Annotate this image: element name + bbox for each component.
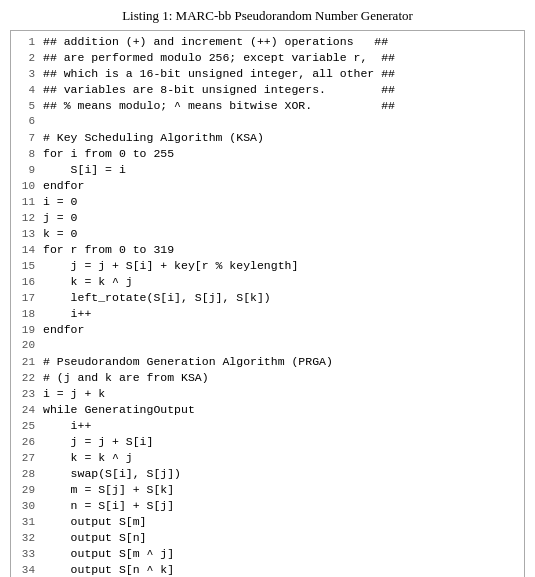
- line-content: output S[m]: [43, 515, 147, 528]
- listing-title: Listing 1: MARC-bb Pseudorandom Number G…: [10, 8, 525, 24]
- line-number: 8: [15, 148, 35, 160]
- code-line: 22# (j and k are from KSA): [11, 371, 524, 387]
- code-line: 34 output S[n ^ k]: [11, 563, 524, 577]
- line-number: 22: [15, 372, 35, 384]
- code-block: 1## addition (+) and increment (++) oper…: [10, 30, 525, 577]
- line-number: 14: [15, 244, 35, 256]
- code-line: 5## % means modulo; ^ means bitwise XOR.…: [11, 99, 524, 115]
- line-content: k = k ^ j: [43, 275, 133, 288]
- line-number: 28: [15, 468, 35, 480]
- code-line: 19endfor: [11, 323, 524, 339]
- line-number: 34: [15, 564, 35, 576]
- line-content: n = S[i] + S[j]: [43, 499, 174, 512]
- code-line: 33 output S[m ^ j]: [11, 547, 524, 563]
- line-number: 1: [15, 36, 35, 48]
- code-line: 29 m = S[j] + S[k]: [11, 483, 524, 499]
- line-content: for r from 0 to 319: [43, 243, 174, 256]
- line-content: i++: [43, 419, 91, 432]
- line-number: 4: [15, 84, 35, 96]
- code-line: 11i = 0: [11, 195, 524, 211]
- line-content: for i from 0 to 255: [43, 147, 174, 160]
- code-line: 26 j = j + S[i]: [11, 435, 524, 451]
- code-line: 6: [11, 115, 524, 131]
- code-line: 16 k = k ^ j: [11, 275, 524, 291]
- code-line: 12j = 0: [11, 211, 524, 227]
- line-content: # (j and k are from KSA): [43, 371, 209, 384]
- line-number: 29: [15, 484, 35, 496]
- code-line: 4## variables are 8-bit unsigned integer…: [11, 83, 524, 99]
- code-line: 3## which is a 16-bit unsigned integer, …: [11, 67, 524, 83]
- line-number: 23: [15, 388, 35, 400]
- line-content: output S[m ^ j]: [43, 547, 174, 560]
- code-line: 21# Pseudorandom Generation Algorithm (P…: [11, 355, 524, 371]
- code-line: 10endfor: [11, 179, 524, 195]
- line-number: 19: [15, 324, 35, 336]
- code-line: 18 i++: [11, 307, 524, 323]
- line-content: i++: [43, 307, 91, 320]
- code-line: 2## are performed modulo 256; except var…: [11, 51, 524, 67]
- code-line: 31 output S[m]: [11, 515, 524, 531]
- line-content: k = k ^ j: [43, 451, 133, 464]
- line-number: 32: [15, 532, 35, 544]
- line-number: 10: [15, 180, 35, 192]
- line-number: 16: [15, 276, 35, 288]
- line-content: m = S[j] + S[k]: [43, 483, 174, 496]
- code-line: 8for i from 0 to 255: [11, 147, 524, 163]
- line-content: k = 0: [43, 227, 78, 240]
- code-line: 32 output S[n]: [11, 531, 524, 547]
- code-line: 27 k = k ^ j: [11, 451, 524, 467]
- line-content: j = j + S[i] + key[r % keylength]: [43, 259, 298, 272]
- line-content: ## are performed modulo 256; except vari…: [43, 51, 395, 64]
- line-content: # Pseudorandom Generation Algorithm (PRG…: [43, 355, 333, 368]
- code-line: 25 i++: [11, 419, 524, 435]
- code-line: 30 n = S[i] + S[j]: [11, 499, 524, 515]
- line-number: 13: [15, 228, 35, 240]
- line-content: i = 0: [43, 195, 78, 208]
- line-content: ## % means modulo; ^ means bitwise XOR. …: [43, 99, 395, 112]
- line-number: 15: [15, 260, 35, 272]
- line-content: endfor: [43, 323, 84, 336]
- code-line: 13k = 0: [11, 227, 524, 243]
- line-number: 33: [15, 548, 35, 560]
- line-number: 24: [15, 404, 35, 416]
- line-number: 25: [15, 420, 35, 432]
- line-number: 12: [15, 212, 35, 224]
- line-content: ## which is a 16-bit unsigned integer, a…: [43, 67, 395, 80]
- line-number: 18: [15, 308, 35, 320]
- listing-container: Listing 1: MARC-bb Pseudorandom Number G…: [0, 0, 535, 577]
- line-number: 20: [15, 339, 35, 351]
- code-line: 20: [11, 339, 524, 355]
- code-line: 15 j = j + S[i] + key[r % keylength]: [11, 259, 524, 275]
- code-line: 17 left_rotate(S[i], S[j], S[k]): [11, 291, 524, 307]
- line-content: i = j + k: [43, 387, 105, 400]
- line-number: 3: [15, 68, 35, 80]
- line-number: 7: [15, 132, 35, 144]
- line-content: output S[n ^ k]: [43, 563, 174, 576]
- line-number: 30: [15, 500, 35, 512]
- code-line: 9 S[i] = i: [11, 163, 524, 179]
- code-line: 1## addition (+) and increment (++) oper…: [11, 35, 524, 51]
- line-content: ## variables are 8-bit unsigned integers…: [43, 83, 395, 96]
- line-content: endfor: [43, 179, 84, 192]
- code-line: 23i = j + k: [11, 387, 524, 403]
- code-line: 14for r from 0 to 319: [11, 243, 524, 259]
- line-number: 31: [15, 516, 35, 528]
- line-number: 5: [15, 100, 35, 112]
- line-content: swap(S[i], S[j]): [43, 467, 181, 480]
- line-content: S[i] = i: [43, 163, 126, 176]
- line-content: j = 0: [43, 211, 78, 224]
- line-number: 9: [15, 164, 35, 176]
- line-number: 21: [15, 356, 35, 368]
- line-number: 11: [15, 196, 35, 208]
- line-content: j = j + S[i]: [43, 435, 153, 448]
- line-number: 27: [15, 452, 35, 464]
- line-number: 2: [15, 52, 35, 64]
- code-line: 24while GeneratingOutput: [11, 403, 524, 419]
- line-content: while GeneratingOutput: [43, 403, 195, 416]
- line-content: # Key Scheduling Algorithm (KSA): [43, 131, 264, 144]
- line-content: output S[n]: [43, 531, 147, 544]
- line-content: ## addition (+) and increment (++) opera…: [43, 35, 388, 48]
- line-number: 17: [15, 292, 35, 304]
- line-number: 26: [15, 436, 35, 448]
- code-line: 7# Key Scheduling Algorithm (KSA): [11, 131, 524, 147]
